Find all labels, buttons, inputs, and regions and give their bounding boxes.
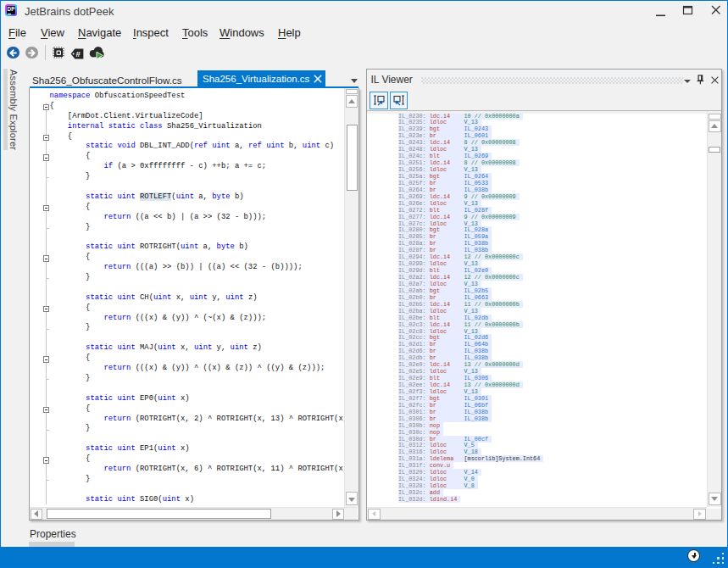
svg-text:#: # (76, 49, 81, 58)
